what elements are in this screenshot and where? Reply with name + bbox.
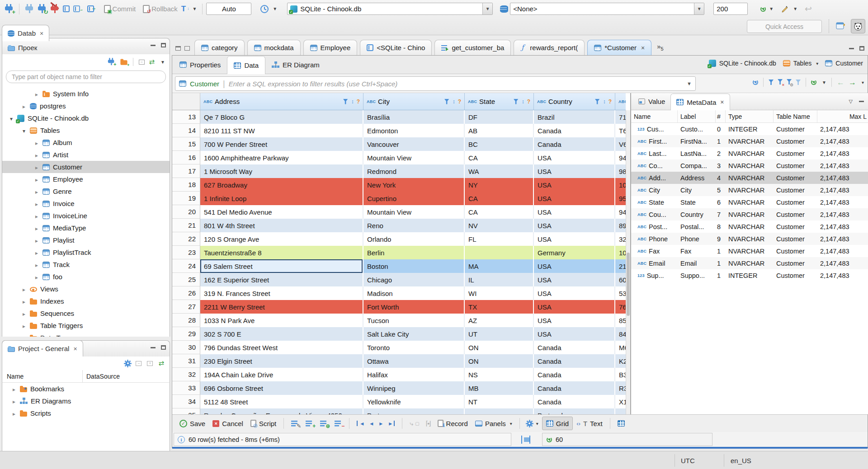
meta-name-cell[interactable]: ABCAdd... [631, 172, 678, 184]
fetch-size-input[interactable]: 200 [713, 3, 748, 15]
filter-apply-icon[interactable] [769, 80, 774, 85]
project-item[interactable]: ER Diagrams [2, 395, 170, 407]
breadcrumb-connection[interactable]: SQLite - Chinook.db [719, 60, 776, 67]
delete-row-button[interactable]: − [331, 420, 345, 427]
metadata-row[interactable]: ABCFax Fax 1 NVARCHAR Customer 2,147,483 [631, 245, 868, 257]
sort-icon[interactable]: ↕ [351, 98, 354, 105]
meta-label-cell[interactable]: Fax [678, 245, 716, 257]
open-perspective-button[interactable] [834, 19, 848, 33]
city-cell[interactable]: Vancouver [363, 137, 465, 151]
meta-type-cell[interactable]: NVARCHAR [726, 245, 774, 257]
row-number-cell[interactable]: 33 [172, 381, 200, 395]
table-row[interactable]: 24 69 Salem Street Boston MA USA 21 [172, 259, 630, 273]
postal-cell[interactable]: B3 [615, 368, 626, 381]
sort-icon[interactable]: ↕ [522, 98, 524, 105]
tree-item[interactable]: Invoice [2, 197, 170, 210]
address-cell[interactable]: 230 Elgin Street [200, 354, 363, 368]
country-cell[interactable]: Canada [534, 368, 615, 381]
row-number-cell[interactable]: 22 [172, 232, 200, 246]
address-cell[interactable]: 801 W 4th Street [200, 219, 363, 232]
row-number-cell[interactable]: 35 [172, 408, 200, 414]
expand-arrow-icon[interactable] [34, 200, 39, 207]
city-cell[interactable]: Brasília [363, 110, 465, 124]
meta-type-cell[interactable]: NVARCHAR [726, 172, 774, 184]
settings-button[interactable]: ▾ [524, 421, 542, 426]
table-row[interactable]: 27 2211 W Berry Street Fort Worth TX USA… [172, 300, 630, 314]
metadata-row[interactable]: 123Sup... Suppo... 1 INTEGER Customer 2,… [631, 269, 868, 281]
address-cell[interactable]: 796 Dundas Street West [200, 341, 363, 354]
tree-item[interactable]: PlaylistTrack [2, 246, 170, 258]
meta-max-cell[interactable]: 2,147,483 [817, 257, 868, 269]
country-cell[interactable]: Canada [534, 137, 615, 151]
expand-arrow-icon[interactable] [21, 322, 27, 329]
meta-num-cell[interactable]: 5 [716, 184, 726, 196]
meta-table-cell[interactable]: Customer [774, 159, 817, 172]
restore-view-icon[interactable] [175, 46, 181, 51]
city-cell[interactable]: Redmond [363, 164, 465, 178]
meta-name-cell[interactable]: ABCCou... [631, 208, 678, 220]
expand-arrow-icon[interactable] [21, 285, 27, 293]
minimize-icon[interactable] [151, 45, 156, 46]
editor-tab[interactable]: rewards_report( [514, 40, 585, 55]
country-cell[interactable]: USA [534, 259, 615, 273]
first-row-button[interactable]: ◂ [353, 420, 366, 427]
table-row[interactable]: 33 696 Osborne Street Winnipeg MB Canada… [172, 381, 630, 395]
row-number-cell[interactable]: 28 [172, 314, 200, 327]
city-cell[interactable]: Orlando [363, 232, 465, 246]
expand-arrow-icon[interactable] [34, 249, 39, 256]
meta-max-cell[interactable]: 2,147,483 [817, 269, 868, 281]
row-number-cell[interactable]: 32 [172, 368, 200, 381]
sidebar-tab[interactable]: Datab × [2, 25, 49, 41]
state-cell[interactable]: BC [465, 137, 534, 151]
state-cell[interactable]: FL [465, 232, 534, 246]
meta-type-cell[interactable]: NVARCHAR [726, 196, 774, 208]
gear-icon[interactable] [125, 361, 130, 366]
editor-tab[interactable]: mockdata [247, 40, 301, 55]
expand-arrow-icon[interactable] [11, 385, 17, 393]
column-header-partial[interactable]: ABC [615, 93, 626, 110]
country-cell[interactable]: USA [534, 327, 615, 341]
transaction-history-button[interactable]: ▼ [258, 3, 279, 15]
meta-name-cell[interactable]: ABCLast... [631, 147, 678, 159]
postal-cell[interactable]: 32 [615, 232, 626, 246]
value-view-button[interactable] [614, 420, 628, 427]
filter-funnel-icon[interactable] [343, 99, 348, 104]
metadata-row[interactable]: ABCFirst... FirstNa... 1 NVARCHAR Custom… [631, 135, 868, 147]
city-cell[interactable]: Mountain View [363, 151, 465, 164]
meta-table-cell[interactable]: Customer [774, 220, 817, 233]
meta-name-cell[interactable]: ABCCo... [631, 159, 678, 172]
address-cell[interactable]: 696 Osborne Street [200, 381, 363, 395]
record-button[interactable]: ℹRecord [434, 420, 472, 427]
filter-funnel-icon[interactable] [444, 99, 449, 104]
country-cell[interactable]: USA [534, 314, 615, 327]
editor-subtab[interactable]: Data [227, 56, 265, 74]
auto-refresh-box[interactable]: 60 [542, 433, 712, 446]
meta-table-cell[interactable]: Customer [774, 135, 817, 147]
meta-num-cell[interactable]: 4 [716, 172, 726, 184]
expand-arrow-icon[interactable] [21, 334, 27, 337]
meta-label-cell[interactable]: Phone [678, 233, 716, 245]
meta-type-cell[interactable]: INTEGER [726, 269, 774, 281]
meta-type-cell[interactable]: NVARCHAR [726, 208, 774, 220]
meta-table-cell[interactable]: Customer [774, 233, 817, 245]
postal-cell[interactable]: 84 [615, 327, 626, 341]
address-cell[interactable]: 541 Del Medio Avenue [200, 205, 363, 219]
table-row[interactable]: 14 8210 111 ST NW Edmonton AB Canada T6 [172, 124, 630, 137]
tree-item[interactable]: MediaType [2, 222, 170, 234]
tree-item[interactable]: Data Types [2, 332, 170, 337]
meta-name-cell[interactable]: ABCState [631, 196, 678, 208]
compare-button[interactable]: ▼ [779, 4, 799, 14]
expand-arrow-icon[interactable] [34, 139, 39, 146]
state-cell[interactable]: NV [465, 219, 534, 232]
metadata-row[interactable]: ABCCity City 5 NVARCHAR Customer 2,147,4… [631, 184, 868, 196]
meta-table-cell[interactable]: Customer [774, 269, 817, 281]
collapse-all-icon[interactable]: − [139, 60, 145, 65]
expand-arrow-icon[interactable] [34, 90, 39, 98]
script-button[interactable]: ◎Script [247, 420, 280, 427]
previous-row-button[interactable]: ◂ [366, 420, 376, 427]
meta-table-cell[interactable]: Customer [774, 257, 817, 269]
close-icon[interactable]: × [40, 30, 43, 37]
address-cell[interactable]: 700 W Pender Street [200, 137, 363, 151]
metadata-row[interactable]: ABCCo... Compa... 3 NVARCHAR Customer 2,… [631, 159, 868, 172]
table-row[interactable]: 31 230 Elgin Street Ottawa ON Canada K2 [172, 354, 630, 368]
